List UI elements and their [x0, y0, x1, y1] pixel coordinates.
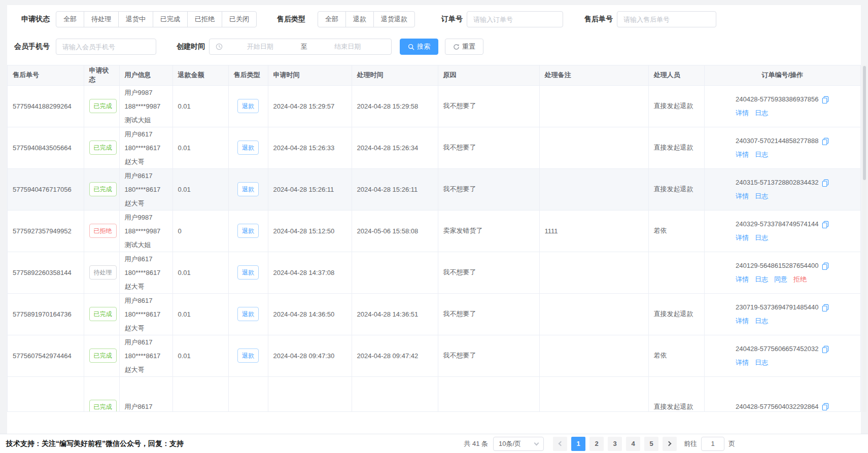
- reset-button[interactable]: 重置: [445, 39, 483, 55]
- cell-reason: 我不想要了: [438, 252, 539, 293]
- page-button[interactable]: 4: [626, 437, 640, 451]
- table-scrollbar[interactable]: [862, 65, 866, 412]
- order-line: 240307-5702144858277888: [736, 136, 829, 146]
- type-filter-option[interactable]: 全部: [318, 11, 346, 27]
- action-link[interactable]: 详情: [736, 192, 749, 200]
- page-size-value: 10条/页: [499, 439, 521, 448]
- status-filter-option[interactable]: 全部: [56, 11, 84, 27]
- cell-user-info: 用户9987188****9987测试大姐: [119, 210, 172, 252]
- cell-reason: [438, 376, 539, 412]
- copy-icon[interactable]: [821, 262, 829, 270]
- cell-user-info: 用户8617180****8617赵大哥: [119, 252, 172, 293]
- cell-status: 已完成: [84, 85, 119, 127]
- chevron-down-icon: [534, 440, 539, 445]
- copy-icon[interactable]: [821, 221, 829, 228]
- date-range-picker[interactable]: 开始日期 至 结束日期: [209, 39, 392, 55]
- cell-handler: 直接发起退款: [648, 376, 704, 412]
- status-filter-option[interactable]: 待处理: [84, 11, 119, 27]
- aftersale-no-input[interactable]: [617, 11, 716, 27]
- prev-page-button[interactable]: [553, 437, 567, 451]
- cell-apply-time: 2024-04-28 15:29:57: [268, 85, 352, 127]
- copy-icon[interactable]: [821, 403, 829, 410]
- copy-icon[interactable]: [821, 137, 829, 145]
- goto-page-input[interactable]: [701, 437, 724, 451]
- column-header: 处理备注: [539, 65, 648, 85]
- action-link[interactable]: 详情: [736, 359, 749, 366]
- cell-status: 已完成: [84, 127, 119, 168]
- search-button[interactable]: 搜索: [400, 39, 438, 55]
- cell-type: 退款: [228, 210, 268, 252]
- type-filter-option[interactable]: 退货退款: [373, 11, 415, 27]
- action-link[interactable]: 日志: [755, 151, 768, 158]
- action-link[interactable]: 拒绝: [793, 275, 807, 283]
- action-link[interactable]: 日志: [755, 192, 768, 200]
- cell-aftersale-no: 5775607542974464: [8, 335, 84, 376]
- copy-icon[interactable]: [821, 179, 829, 187]
- action-link[interactable]: 日志: [755, 317, 768, 325]
- cell-order-op: 240129-5648615287654400详情日志同意拒绝: [704, 252, 860, 293]
- action-link[interactable]: 同意: [774, 275, 787, 283]
- next-page-button[interactable]: [663, 437, 677, 451]
- type-badge: 退款: [237, 99, 259, 113]
- action-link[interactable]: 详情: [736, 317, 749, 325]
- user-info-line: 赵大哥: [125, 363, 167, 376]
- action-link[interactable]: 日志: [755, 359, 768, 366]
- order-no: 230719-5373694791485440: [736, 302, 818, 312]
- action-link[interactable]: 日志: [755, 275, 768, 283]
- order-line: 240129-5648615287654400: [736, 261, 829, 271]
- page-number-list: 12345: [569, 437, 661, 451]
- type-badge: 退款: [237, 349, 259, 363]
- page-button[interactable]: 5: [644, 437, 658, 451]
- action-link[interactable]: 日志: [755, 109, 768, 117]
- status-filter-option[interactable]: 已完成: [153, 11, 188, 27]
- order-no-input[interactable]: [467, 11, 563, 27]
- scrollbar-thumb[interactable]: [863, 66, 866, 180]
- cell-aftersale-no: 5775940843505664: [8, 127, 84, 168]
- cell-type: 退款: [228, 168, 268, 210]
- type-filter-option[interactable]: 退款: [345, 11, 374, 27]
- cell-user-info: 用户9987188****9987测试大姐: [119, 85, 172, 127]
- page-button[interactable]: 3: [608, 437, 622, 451]
- type-badge: 退款: [237, 224, 259, 238]
- cell-status: 已拒绝: [84, 210, 119, 252]
- phone-input[interactable]: [56, 39, 156, 55]
- copy-icon[interactable]: [821, 304, 829, 311]
- cell-handler: 直接发起退款: [648, 127, 704, 168]
- order-no: 240428-5775604032292864: [736, 402, 818, 412]
- page-button[interactable]: 1: [571, 437, 585, 451]
- status-filter-group: 全部待处理退货中已完成已拒绝已关闭: [56, 11, 257, 27]
- order-line: 230719-5373694791485440: [736, 302, 829, 312]
- end-date-placeholder[interactable]: 结束日期: [310, 42, 386, 51]
- copy-icon[interactable]: [821, 96, 829, 103]
- cell-aftersale-no: 5775927357949952: [8, 210, 84, 252]
- column-header: 原因: [438, 65, 539, 85]
- start-date-placeholder[interactable]: 开始日期: [223, 42, 298, 51]
- cell-apply-time: 2024-04-28 15:26:33: [268, 127, 352, 168]
- status-badge: 待处理: [89, 265, 117, 280]
- order-no: 240428-5775938386937856: [736, 94, 818, 104]
- action-links: 详情日志: [736, 317, 829, 326]
- status-filter-option[interactable]: 已关闭: [222, 11, 257, 27]
- status-filter-option[interactable]: 已拒绝: [187, 11, 222, 27]
- page-size-select[interactable]: 10条/页: [493, 437, 544, 451]
- cell-apply-time: 2024-04-28 09:47:30: [268, 335, 352, 376]
- status-badge: 已完成: [89, 141, 117, 155]
- cell-order-op: 240428-5775938386937856详情日志: [704, 85, 860, 127]
- cell-user-info: 用户8617180****8617赵大哥: [119, 335, 172, 376]
- action-link[interactable]: 详情: [736, 109, 749, 117]
- status-filter-option[interactable]: 退货中: [118, 11, 153, 27]
- cell-type: 退款: [228, 293, 268, 335]
- page-button[interactable]: 2: [589, 437, 604, 451]
- cell-handle-time: 2024-04-28 14:36:51: [352, 293, 438, 335]
- action-link[interactable]: 详情: [736, 275, 749, 283]
- type-filter-group: 全部退款退货退款: [318, 11, 415, 27]
- cell-handler: 直接发起退款: [648, 293, 704, 335]
- copy-icon[interactable]: [821, 345, 829, 353]
- action-link[interactable]: 详情: [736, 151, 749, 158]
- action-link[interactable]: 日志: [755, 234, 768, 241]
- cell-reason: 卖家发错货了: [438, 210, 539, 252]
- column-header: 售后单号: [8, 65, 84, 85]
- action-link[interactable]: 详情: [736, 234, 749, 241]
- cell-refund-amount: 0.01: [172, 85, 228, 127]
- cell-remark: [539, 127, 648, 168]
